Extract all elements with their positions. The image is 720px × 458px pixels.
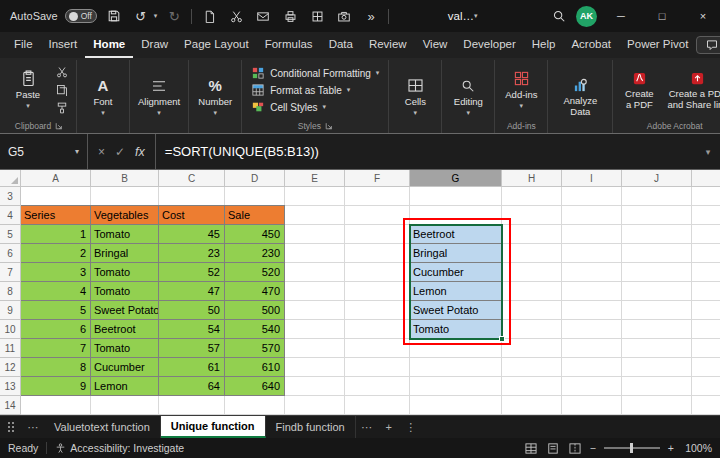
zoom-out-button[interactable]: − xyxy=(590,442,596,454)
cell-C3[interactable] xyxy=(159,187,225,206)
cell-J8[interactable] xyxy=(622,282,692,301)
cell-H13[interactable] xyxy=(502,377,562,396)
row-header-9[interactable]: 9 xyxy=(0,301,21,320)
sheet-list-button[interactable] xyxy=(0,416,22,438)
page-break-view-button[interactable] xyxy=(568,442,582,455)
cell-C10[interactable]: 54 xyxy=(159,320,225,339)
conditional-formatting-button[interactable]: Conditional Formatting ▾ xyxy=(247,66,383,81)
cell-H6[interactable] xyxy=(502,244,562,263)
cell-E12[interactable] xyxy=(285,358,345,377)
cell-K3[interactable] xyxy=(692,187,720,206)
column-header-E[interactable]: E xyxy=(285,170,345,187)
document-title-button[interactable]: val… ▾ xyxy=(442,8,484,24)
fill-handle[interactable] xyxy=(499,336,505,342)
cell-H12[interactable] xyxy=(502,358,562,377)
cell-C9[interactable]: 50 xyxy=(159,301,225,320)
cell-F5[interactable] xyxy=(345,225,410,244)
cell-E11[interactable] xyxy=(285,339,345,358)
cell-D5[interactable]: 450 xyxy=(225,225,285,244)
cell-K10[interactable] xyxy=(692,320,720,339)
column-header-filler[interactable] xyxy=(692,170,720,187)
redo-button[interactable]: ↻ xyxy=(164,5,184,27)
cell-K9[interactable] xyxy=(692,301,720,320)
cell-D9[interactable]: 500 xyxy=(225,301,285,320)
column-header-J[interactable]: J xyxy=(622,170,692,187)
cell-E6[interactable] xyxy=(285,244,345,263)
cell-E7[interactable] xyxy=(285,263,345,282)
cell-A6[interactable]: 2 xyxy=(20,244,91,263)
row-header-13[interactable]: 13 xyxy=(0,377,21,396)
cell-G8[interactable]: Lemon xyxy=(410,282,502,301)
cell-A12[interactable]: 8 xyxy=(20,358,91,377)
column-header-A[interactable]: A xyxy=(21,170,91,187)
menu-tab-developer[interactable]: Developer xyxy=(455,32,523,58)
cell-G13[interactable] xyxy=(410,377,502,396)
cell-H11[interactable] xyxy=(502,339,562,358)
cell-B9[interactable]: Sweet Potato xyxy=(91,301,159,320)
cell-A5[interactable]: 1 xyxy=(20,225,91,244)
sheet-tab-findb-function[interactable]: Findb function xyxy=(266,416,356,438)
cell-J7[interactable] xyxy=(622,263,692,282)
formula-input[interactable]: =SORT(UNIQUE(B5:B13)) xyxy=(156,134,696,169)
cell-J13[interactable] xyxy=(622,377,692,396)
cell-D13[interactable]: 640 xyxy=(225,377,285,396)
search-button[interactable] xyxy=(549,5,569,27)
cell-A13[interactable]: 9 xyxy=(20,377,91,396)
cell-E13[interactable] xyxy=(285,377,345,396)
cell-F13[interactable] xyxy=(345,377,410,396)
cell-G9[interactable]: Sweet Potato xyxy=(410,301,502,320)
cell-B8[interactable]: Tomato xyxy=(91,282,159,301)
cell-F3[interactable] xyxy=(345,187,410,206)
cell-C12[interactable]: 61 xyxy=(159,358,225,377)
cell-G4[interactable] xyxy=(410,206,502,225)
cell-H5[interactable] xyxy=(502,225,562,244)
normal-view-button[interactable] xyxy=(524,442,538,455)
cell-K5[interactable] xyxy=(692,225,720,244)
cell-K13[interactable] xyxy=(692,377,720,396)
column-header-H[interactable]: H xyxy=(502,170,562,187)
cell-J12[interactable] xyxy=(622,358,692,377)
sheet-options-button[interactable]: ⋮ xyxy=(400,416,422,438)
cell-H7[interactable] xyxy=(502,263,562,282)
cell-G12[interactable] xyxy=(410,358,502,377)
clipboard-dialog-launcher[interactable] xyxy=(55,122,63,130)
new-sheet-button[interactable]: + xyxy=(378,416,400,438)
cells-button[interactable]: Cells ▾ xyxy=(394,75,436,120)
alignment-button[interactable]: Alignment ▾ xyxy=(135,75,183,120)
cell-K14[interactable] xyxy=(692,396,720,415)
cell-A14[interactable] xyxy=(21,396,91,415)
cell-K4[interactable] xyxy=(692,206,720,225)
row-header-14[interactable]: 14 xyxy=(0,396,21,415)
menu-tab-help[interactable]: Help xyxy=(524,32,564,58)
cell-D8[interactable]: 470 xyxy=(225,282,285,301)
cell-J3[interactable] xyxy=(622,187,692,206)
menu-tab-review[interactable]: Review xyxy=(361,32,415,58)
cell-F8[interactable] xyxy=(345,282,410,301)
cell-D3[interactable] xyxy=(225,187,285,206)
zoom-in-button[interactable]: + xyxy=(668,442,674,454)
paste-button[interactable]: Paste ▾ xyxy=(7,68,49,113)
save-button[interactable] xyxy=(104,5,124,27)
cell-F6[interactable] xyxy=(345,244,410,263)
row-header-3[interactable]: 3 xyxy=(0,187,21,206)
cell-G10[interactable]: Tomato xyxy=(410,320,502,339)
cell-I3[interactable] xyxy=(562,187,622,206)
cell-B5[interactable]: Tomato xyxy=(91,225,159,244)
cell-I6[interactable] xyxy=(562,244,622,263)
cell-G7[interactable]: Cucumber xyxy=(410,263,502,282)
cell-D12[interactable]: 610 xyxy=(225,358,285,377)
cell-C13[interactable]: 64 xyxy=(159,377,225,396)
cell-A3[interactable] xyxy=(21,187,91,206)
menu-tab-home[interactable]: Home xyxy=(85,32,133,58)
cell-F11[interactable] xyxy=(345,339,410,358)
row-header-11[interactable]: 11 xyxy=(0,339,21,358)
accessibility-status[interactable]: Accessibility: Investigate xyxy=(55,442,184,454)
menu-tab-power-pivot[interactable]: Power Pivot xyxy=(619,32,696,58)
cell-H14[interactable] xyxy=(502,396,562,415)
formula-bar-expand-button[interactable]: ▾ xyxy=(696,134,720,169)
cell-E9[interactable] xyxy=(285,301,345,320)
cell-J5[interactable] xyxy=(622,225,692,244)
copy-button[interactable] xyxy=(53,83,71,98)
cell-K6[interactable] xyxy=(692,244,720,263)
row-header-4[interactable]: 4 xyxy=(0,206,21,225)
